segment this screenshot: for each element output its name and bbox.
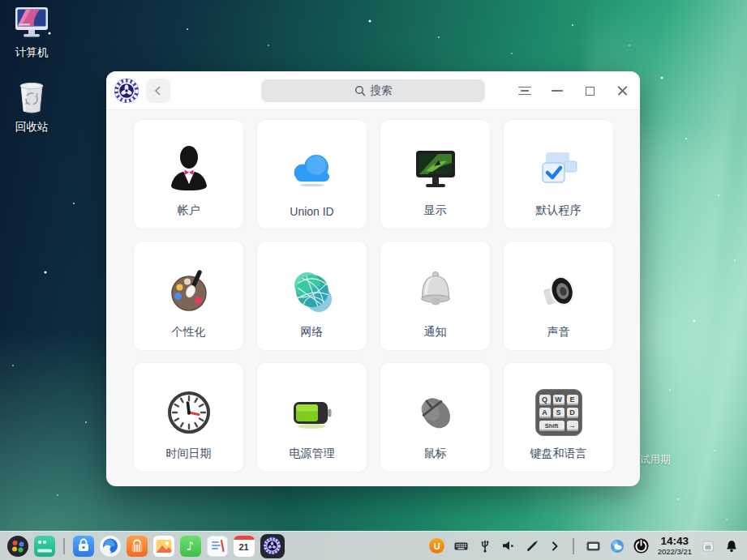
taskbar: ♪ 21	[0, 531, 747, 560]
maximize-button[interactable]	[580, 81, 599, 100]
settings-tile-default-apps[interactable]: 默认程序	[504, 120, 613, 229]
minimize-button[interactable]	[547, 81, 567, 100]
tile-label: 鼠标	[380, 447, 490, 461]
key-cap: Shift	[539, 421, 565, 431]
desktop-icon-label: 回收站	[15, 120, 49, 135]
settings-tile-power[interactable]: 电源管理	[257, 363, 367, 472]
union-id-tray-icon[interactable]: U	[429, 538, 444, 554]
close-icon	[616, 85, 629, 97]
browser-icon[interactable]	[100, 536, 121, 557]
settings-tile-display[interactable]: 显示	[380, 120, 490, 229]
software-bag-glyph	[127, 536, 148, 557]
shutdown-tray-icon[interactable]	[633, 538, 649, 554]
launcher-icon[interactable]	[7, 536, 28, 557]
desktop-icon-computer[interactable]: 计算机	[6, 6, 58, 60]
search-placeholder: 搜索	[371, 83, 393, 98]
usb-tray-icon[interactable]	[478, 539, 492, 554]
music-note-glyph: ♪	[187, 539, 195, 554]
photos-glyph	[153, 536, 174, 557]
computer-icon	[13, 6, 50, 40]
key-cap: S	[553, 408, 565, 418]
cloud-icon	[257, 139, 367, 199]
tile-label: 电源管理	[257, 447, 367, 461]
settings-tile-personalization[interactable]: 个性化	[134, 242, 243, 350]
system-tray: U	[429, 535, 747, 556]
display-icon	[380, 139, 490, 199]
personalization-icon	[134, 261, 243, 321]
desktop-icon-recycle-bin[interactable]: 回收站	[6, 79, 58, 135]
software-center-icon[interactable]	[127, 536, 148, 557]
menu-line	[521, 90, 529, 92]
search-icon	[354, 85, 366, 96]
tile-label: 网络	[257, 325, 367, 340]
clock-time: 14:43	[658, 535, 692, 548]
chevron-left-icon	[152, 85, 164, 96]
file-manager-icon[interactable]	[34, 536, 55, 557]
app-store-bag-glyph	[73, 536, 94, 557]
key-cap: E	[567, 395, 578, 405]
control-center-logo-icon	[264, 537, 281, 554]
text-editor-icon[interactable]	[207, 536, 228, 557]
input-method-tray-icon[interactable]	[586, 539, 601, 554]
usb-glyph	[478, 539, 492, 554]
pen-tray-icon[interactable]	[525, 539, 539, 554]
settings-tile-accounts[interactable]: 帐户	[134, 120, 243, 229]
search-input[interactable]: 搜索	[261, 79, 485, 102]
music-icon[interactable]: ♪	[180, 536, 201, 557]
tile-label: 通知	[380, 325, 490, 340]
window-controls	[515, 71, 632, 110]
settings-tile-union-id[interactable]: Union ID	[257, 120, 367, 229]
volume-tray-icon[interactable]	[501, 539, 516, 553]
network-icon	[257, 261, 367, 321]
tile-label: 默认程序	[504, 203, 613, 218]
account-icon	[134, 139, 243, 199]
star-field	[0, 0, 2, 2]
datetime-icon	[134, 383, 243, 442]
app-store-icon[interactable]	[73, 536, 94, 557]
tile-label: 声音	[504, 325, 613, 340]
keyboard-icon: Q W E A S D Shift →	[504, 383, 613, 442]
text-editor-glyph	[208, 536, 227, 556]
browser-swirl-glyph	[100, 536, 121, 557]
calendar-icon[interactable]: 21	[234, 536, 255, 557]
launcher-dots-icon	[7, 536, 28, 557]
back-button[interactable]	[146, 79, 170, 103]
tile-label: Union ID	[257, 205, 367, 218]
tile-label: 时间日期	[134, 447, 243, 461]
minimize-icon	[552, 90, 563, 92]
dock-apps: ♪ 21	[0, 534, 285, 558]
input-method-glyph	[586, 539, 601, 554]
power-glyph	[633, 538, 649, 554]
weather-globe-glyph	[610, 539, 625, 554]
notification-icon	[380, 261, 490, 321]
pen-glyph	[525, 539, 539, 554]
weather-tray-icon[interactable]	[610, 539, 625, 554]
tile-label: 帐户	[134, 203, 243, 218]
settings-tile-mouse[interactable]: 鼠标	[380, 363, 490, 472]
settings-tile-datetime[interactable]: 时间日期	[134, 363, 243, 472]
taskbar-clock[interactable]: 14:43 2022/3/21	[658, 535, 692, 556]
trial-period-watermark: 试用期	[640, 453, 671, 467]
key-cap: Q	[539, 395, 551, 405]
key-cap: D	[567, 408, 578, 418]
app-logo-icon	[114, 79, 139, 103]
settings-tile-network[interactable]: 网络	[257, 242, 367, 350]
tray-expand-chevron-icon[interactable]	[548, 540, 561, 553]
union-badge-letter: U	[434, 541, 440, 551]
desktop-icon-label: 计算机	[15, 45, 49, 60]
menu-line	[518, 94, 531, 96]
close-button[interactable]	[612, 81, 632, 100]
speaker-glyph	[501, 539, 516, 553]
titlebar: 搜索	[106, 71, 640, 110]
settings-tile-keyboard[interactable]: Q W E A S D Shift → 键盘和语言	[504, 363, 613, 472]
mouse-icon	[380, 383, 490, 442]
main-menu-button[interactable]	[515, 81, 534, 100]
settings-tile-notification[interactable]: 通知	[380, 242, 490, 350]
notification-bell-icon[interactable]	[724, 539, 739, 554]
chevron-right-glyph	[548, 540, 561, 553]
keyboard-layout-tray-icon[interactable]	[453, 539, 469, 554]
photos-icon[interactable]	[153, 536, 174, 557]
settings-tile-sound[interactable]: 声音	[504, 242, 613, 350]
control-center-dock-icon-active[interactable]	[260, 534, 285, 558]
security-box-tray-icon[interactable]	[701, 539, 715, 554]
